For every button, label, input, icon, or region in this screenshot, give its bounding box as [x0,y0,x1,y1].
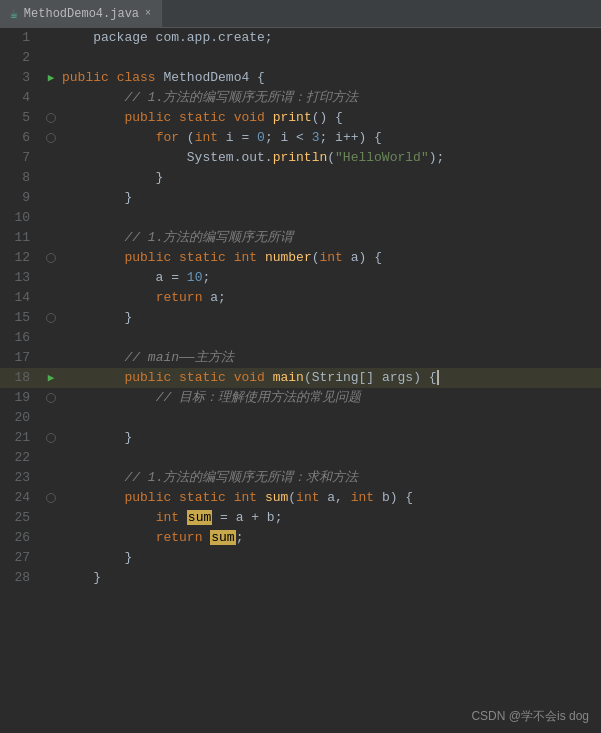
keyword: public [124,250,171,265]
keyword: public [62,70,109,85]
line-gutter-24 [40,493,62,503]
line-number-10: 10 [0,208,40,228]
line-code-12: public static int number(int a) { [62,248,601,268]
function-name: main [273,370,304,385]
line-code-26: return sum; [62,528,601,548]
code-line-1: 1 package com.app.create; [0,28,601,48]
tab-bar: ☕ MethodDemo4.java × [0,0,601,28]
number-literal: 0 [257,130,265,145]
code-line-11: 11 // 1.方法的编写顺序无所谓 [0,228,601,248]
line-number-7: 7 [0,148,40,168]
line-gutter-19 [40,393,62,403]
line-gutter-3: ▶ [40,68,62,88]
line-code-17: // main——主方法 [62,348,601,368]
comment: // 1.方法的编写顺序无所谓：打印方法 [124,90,358,105]
line-code-24: public static int sum(int a, int b) { [62,488,601,508]
run-icon: ▶ [48,368,55,388]
keyword: public [124,110,171,125]
code-line-12: 12 public static int number(int a) { [0,248,601,268]
line-number-27: 27 [0,548,40,568]
tab-methoddemo4[interactable]: ☕ MethodDemo4.java × [0,0,162,28]
line-number-4: 4 [0,88,40,108]
line-code-3: public class MethodDemo4 { [62,68,601,88]
code-line-14: 14 return a; [0,288,601,308]
function-name: number [265,250,312,265]
line-code-21: } [62,428,601,448]
comment: // 1.方法的编写顺序无所谓：求和方法 [124,470,358,485]
tab-label: MethodDemo4.java [24,7,139,21]
line-number-26: 26 [0,528,40,548]
line-number-13: 13 [0,268,40,288]
watermark: CSDN @学不会is dog [471,708,589,725]
keyword: static [179,250,226,265]
code-line-8: 8 } [0,168,601,188]
code-line-6: 6 for (int i = 0; i < 3; i++) { [0,128,601,148]
line-number-8: 8 [0,168,40,188]
code-line-15: 15 } [0,308,601,328]
keyword: int [195,130,218,145]
code-line-22: 22 [0,448,601,468]
line-number-25: 25 [0,508,40,528]
keyword: int [234,250,257,265]
keyword: static [179,490,226,505]
editor-container: ☕ MethodDemo4.java × 1 package com.app.c… [0,0,601,733]
text-cursor: ​ [437,370,439,385]
keyword: return [156,530,203,545]
line-code-9: } [62,188,601,208]
line-code-25: int sum = a + b; [62,508,601,528]
line-number-20: 20 [0,408,40,428]
code-line-23: 23 // 1.方法的编写顺序无所谓：求和方法 [0,468,601,488]
keyword: void [234,370,265,385]
function-name: sum [265,490,288,505]
java-file-icon: ☕ [10,6,18,22]
run-icon: ▶ [48,68,55,88]
code-line-17: 17 // main——主方法 [0,348,601,368]
line-number-14: 14 [0,288,40,308]
line-number-28: 28 [0,568,40,588]
line-number-12: 12 [0,248,40,268]
line-number-16: 16 [0,328,40,348]
code-line-3: 3▶public class MethodDemo4 { [0,68,601,88]
breakpoint-dot [46,493,56,503]
line-number-22: 22 [0,448,40,468]
keyword: void [234,110,265,125]
breakpoint-dot [46,393,56,403]
line-number-15: 15 [0,308,40,328]
keyword: int [156,510,179,525]
keyword: public [124,370,171,385]
breakpoint-dot [46,253,56,263]
keyword: int [351,490,374,505]
code-line-5: 5 public static void print() { [0,108,601,128]
line-number-18: 18 [0,368,40,388]
code-line-7: 7 System.out.println("HelloWorld"); [0,148,601,168]
code-line-13: 13 a = 10; [0,268,601,288]
line-code-19: // 目标：理解使用方法的常见问题 [62,388,601,408]
line-gutter-21 [40,433,62,443]
close-icon[interactable]: × [145,8,151,19]
line-number-21: 21 [0,428,40,448]
code-line-26: 26 return sum; [0,528,601,548]
breakpoint-dot [46,313,56,323]
line-number-9: 9 [0,188,40,208]
line-code-15: } [62,308,601,328]
line-code-7: System.out.println("HelloWorld"); [62,148,601,168]
keyword: static [179,110,226,125]
keyword: int [296,490,319,505]
line-gutter-18: ▶ [40,368,62,388]
keyword: class [117,70,156,85]
code-editor[interactable]: 1 package com.app.create;23▶public class… [0,28,601,733]
breakpoint-dot [46,433,56,443]
code-line-9: 9 } [0,188,601,208]
line-number-17: 17 [0,348,40,368]
line-code-27: } [62,548,601,568]
code-line-16: 16 [0,328,601,348]
line-number-11: 11 [0,228,40,248]
code-line-21: 21 } [0,428,601,448]
line-number-24: 24 [0,488,40,508]
highlighted-word: sum [187,510,212,525]
line-code-1: package com.app.create; [62,28,601,48]
code-line-19: 19 // 目标：理解使用方法的常见问题 [0,388,601,408]
comment: // main——主方法 [124,350,233,365]
line-gutter-12 [40,253,62,263]
line-code-23: // 1.方法的编写顺序无所谓：求和方法 [62,468,601,488]
